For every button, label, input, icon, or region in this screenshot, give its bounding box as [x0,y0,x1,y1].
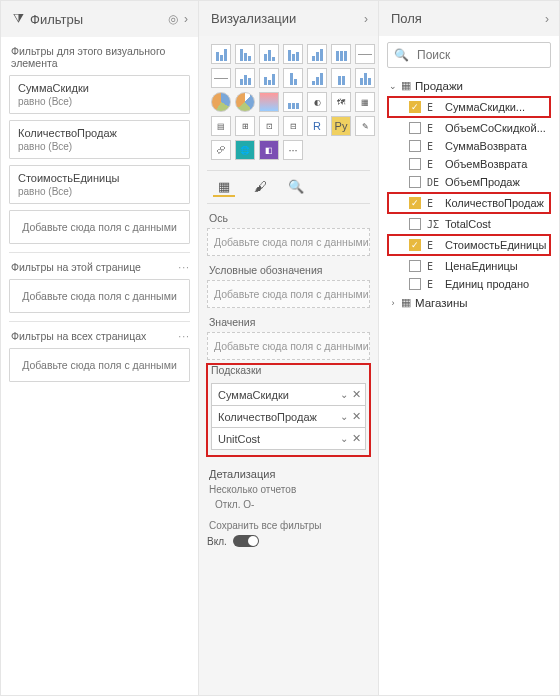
more-icon[interactable]: ··· [178,330,190,342]
viz-type-icon[interactable]: ⊡ [259,116,279,136]
keep-filters-toggle[interactable] [233,535,259,547]
viz-type-icon[interactable] [259,68,279,88]
viz-type-icon[interactable] [283,44,303,64]
viz-type-icon[interactable] [235,68,255,88]
remove-icon[interactable]: ✕ [352,388,361,401]
field-row[interactable]: ✓ЕСуммаСкидки... [387,96,551,118]
viz-type-icon[interactable]: ⊟ [283,116,303,136]
field-checkbox[interactable]: ✓ [409,239,421,251]
viz-type-icon[interactable]: 🌐 [235,140,255,160]
field-checkbox[interactable] [409,158,421,170]
well-legend-drop[interactable]: Добавьте сюда поля с данными [207,280,370,308]
filters-all-drop[interactable]: Добавьте сюда поля с данными [9,348,190,382]
field-checkbox[interactable] [409,278,421,290]
viz-type-icon[interactable] [211,68,231,88]
filter-card[interactable]: СтоимостьЕдиницы равно (Все) [9,165,190,204]
remove-icon[interactable]: ✕ [352,432,361,445]
tooltip-field-item[interactable]: UnitCost ⌄ ✕ [211,427,366,450]
collapse-icon[interactable]: › [364,12,368,26]
field-type-icon: JΣ [427,219,441,230]
viz-type-icon[interactable] [355,68,375,88]
field-checkbox[interactable] [409,122,421,134]
field-checkbox[interactable] [409,176,421,188]
field-name: ЦенаЕдиницы [445,260,549,272]
viz-type-icon[interactable] [331,68,351,88]
table-row[interactable]: ⌄▦Продажи [387,76,551,95]
viz-type-icon[interactable] [355,44,375,64]
field-row[interactable]: ЕЕдиниц продано [387,275,551,293]
fields-tab[interactable]: ▦ [213,177,235,197]
field-checkbox[interactable] [409,260,421,272]
more-icon[interactable]: ··· [178,261,190,273]
viz-type-icon[interactable] [259,44,279,64]
viz-type-icon[interactable] [331,44,351,64]
fields-search[interactable]: 🔍 [387,42,551,68]
tooltip-field-item[interactable]: КоличествоПродаж ⌄ ✕ [211,405,366,428]
viz-type-icon[interactable] [307,68,327,88]
viz-type-icon[interactable] [307,44,327,64]
field-type-icon: Е [427,141,441,152]
chevron-icon[interactable]: › [387,298,399,308]
fields-search-input[interactable] [415,47,559,63]
viz-type-icon[interactable] [211,44,231,64]
viz-type-icon[interactable]: ✎ [355,116,375,136]
viz-type-icon[interactable] [283,68,303,88]
collapse-icon[interactable]: › [545,12,549,26]
well-axis-drop[interactable]: Добавьте сюда поля с данными [207,228,370,256]
cross-report-toggle-text[interactable]: Откл. O- [215,499,370,510]
field-checkbox[interactable]: ✓ [409,197,421,209]
field-row[interactable]: ✓ЕКоличествоПродаж [387,192,551,214]
field-checkbox[interactable] [409,140,421,152]
field-row[interactable]: DЕОбъемПродаж [387,173,551,191]
table-name: Продажи [415,80,549,92]
eye-icon[interactable]: ◎ [168,12,178,26]
field-checkbox[interactable]: ✓ [409,101,421,113]
viz-type-icon[interactable]: ▤ [211,116,231,136]
remove-icon[interactable]: ✕ [352,410,361,423]
chevron-icon[interactable]: ⌄ [387,81,399,91]
viz-type-icon[interactable]: ⊞ [235,116,255,136]
chevron-down-icon[interactable]: ⌄ [340,389,348,400]
filter-card[interactable]: СуммаСкидки равно (Все) [9,75,190,114]
filters-visual-drop[interactable]: Добавьте сюда поля с данными [9,210,190,244]
viz-type-icon[interactable]: ▦ [355,92,375,112]
chevron-down-icon[interactable]: ⌄ [340,411,348,422]
field-type-icon: Е [427,159,441,170]
viz-type-icon[interactable]: 🗪 [211,140,231,160]
chevron-down-icon[interactable]: ⌄ [340,433,348,444]
funnel-icon: ⧩ [13,11,24,27]
viz-more-icon[interactable]: ··· [283,140,303,160]
collapse-icon[interactable]: › [184,12,188,26]
field-row[interactable]: JΣTotalCost [387,215,551,233]
table-row[interactable]: ›▦Магазины [387,293,551,312]
filters-page-label: Фильтры на этой странице··· [11,261,190,273]
field-checkbox[interactable] [409,218,421,230]
field-row[interactable]: ЕСуммаВозврата [387,137,551,155]
fields-title: Поля [391,11,422,26]
format-tab[interactable]: 🖌 [249,177,271,197]
cross-report-label: Несколько отчетов [209,484,370,495]
field-row[interactable]: ЕЦенаЕдиницы [387,257,551,275]
viz-type-icon[interactable] [211,92,231,112]
field-row[interactable]: ЕОбъемВозврата [387,155,551,173]
filters-page-drop[interactable]: Добавьте сюда поля с данными [9,279,190,313]
viz-type-icon[interactable]: R [307,116,327,136]
viz-header: Визуализации › [199,1,378,36]
well-legend-label: Условные обозначения [209,264,370,276]
analytics-tab[interactable]: 🔍 [285,177,307,197]
viz-type-icon[interactable]: ◧ [259,140,279,160]
viz-type-icon[interactable] [259,92,279,112]
viz-type-icon[interactable] [235,92,255,112]
field-type-icon: DЕ [427,177,441,188]
well-values-drop[interactable]: Добавьте сюда поля с данными [207,332,370,360]
filter-card[interactable]: КоличествоПродаж равно (Все) [9,120,190,159]
filters-all-label: Фильтры на всех страницах··· [11,330,190,342]
field-row[interactable]: ✓ЕСтоимостьЕдиницы [387,234,551,256]
viz-type-icon[interactable]: ◐ [307,92,327,112]
viz-type-icon[interactable]: 🗺 [331,92,351,112]
field-row[interactable]: ЕОбъемСоСкидкой... [387,119,551,137]
viz-type-icon[interactable]: Py [331,116,351,136]
tooltip-field-item[interactable]: СуммаСкидки ⌄ ✕ [211,383,366,406]
viz-type-icon[interactable] [235,44,255,64]
viz-type-icon[interactable] [283,92,303,112]
